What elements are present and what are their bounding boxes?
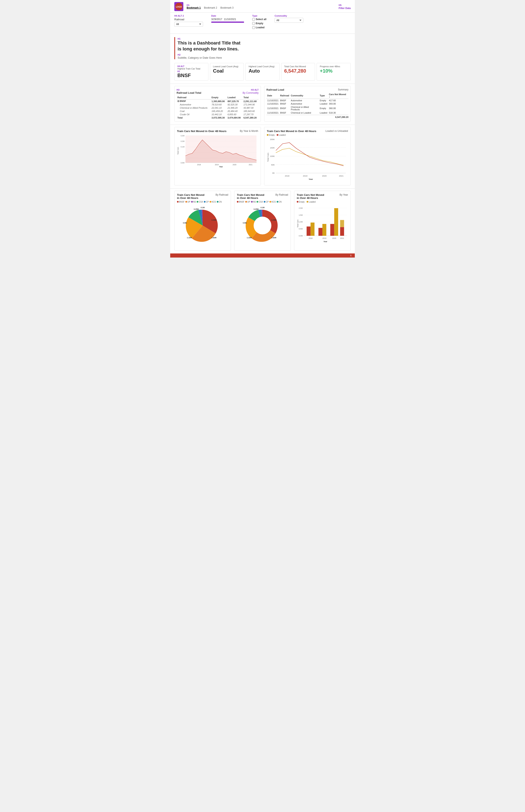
tables-section: H3 Railroad Load Total H3 ALT By Commodi… xyxy=(170,84,355,125)
svg-text:0.1M: 0.1M xyxy=(200,207,205,209)
by-commodity-label: By Commodity xyxy=(243,91,259,94)
cell-railroad: BNSF xyxy=(279,105,290,111)
kpi-value-1: Coal xyxy=(213,68,241,74)
line-charts-row: Train Cars Not Moved in Over 48 Hours By… xyxy=(170,125,355,189)
col-total: Total xyxy=(243,95,259,100)
svg-rect-67 xyxy=(340,220,344,227)
cell-empty: 165,459.20 xyxy=(211,109,227,113)
header: LOGO H1 Bookmark 1 Bookmark 2 Bookmark 3… xyxy=(170,0,355,13)
pie2-legend: BNSF UP NS CSX CP KCS CN xyxy=(237,201,288,203)
svg-text:200K: 200K xyxy=(270,138,275,141)
svg-text:LOGO: LOGO xyxy=(176,6,182,8)
svg-text:2018: 2018 xyxy=(309,237,313,239)
table-row: Total 3,072,595.30 3,474,684.90 6,547,28… xyxy=(177,116,259,119)
chart2-svg: 200K 150K 100K 50K 0K 2018 2019 2020 202… xyxy=(267,137,348,182)
col-type: Type xyxy=(319,92,328,99)
type-empty[interactable]: Empty xyxy=(252,22,266,25)
date-slider[interactable] xyxy=(211,21,244,23)
svg-text:1.62M: 1.62M xyxy=(271,237,276,239)
pie1-svg: 2.29M 1.62M 1.15M 0.9M 0.25M 0.1M xyxy=(177,204,228,247)
svg-text:50K: 50K xyxy=(271,164,275,166)
chart1-area: 0.3M 0.2M 0.1M 0.0M 2018 2019 2020 2021 … xyxy=(177,134,258,168)
type-loaded[interactable]: Loaded xyxy=(252,26,266,29)
cell-loaded: 6,855.60 xyxy=(227,113,243,116)
kpi-value-3: 6,547,280 xyxy=(284,68,312,74)
chart-card-1: Train Cars Not Moved in Over 48 Hours By… xyxy=(174,127,261,185)
bookmark3-link[interactable]: Bookmark 3 xyxy=(221,6,234,9)
kpi-lowest-load: Lowest Load Count (Avg) Coal xyxy=(210,63,244,80)
svg-rect-66 xyxy=(340,227,344,236)
cell-empty: 1,393,885.90 xyxy=(211,100,227,103)
legend-csx: CSX xyxy=(197,201,203,203)
cell-total: 6,547,280.20 xyxy=(243,116,259,119)
bar-chart-card: Train Cars Not Moved in Over 48 Hours By… xyxy=(294,191,351,251)
h3alt-label: H3 ALT xyxy=(251,89,259,91)
kpi-total-cars: Total Cars Not Moved 6,547,280 xyxy=(281,63,315,80)
cell-type: Loaded xyxy=(319,102,328,105)
svg-text:2021: 2021 xyxy=(340,237,344,239)
table-row: 11/10/2021 BNSF Automotive Empty 417.60 xyxy=(266,99,348,102)
bookmark1-link[interactable]: Bookmark 1 xyxy=(186,6,201,9)
date-end: 11/10/2021 xyxy=(224,18,236,21)
bar-by: By Year xyxy=(340,193,348,196)
type-loaded-checkbox[interactable] xyxy=(252,26,255,29)
filter-date-group: Date 3/29/2017 11/10/2021 xyxy=(211,15,244,30)
cell-commodity: Automotive xyxy=(290,102,319,105)
cell-cars: 393.00 xyxy=(328,102,348,105)
chart1-by: By Year & Month xyxy=(240,130,258,133)
svg-text:0.5M: 0.5M xyxy=(299,228,303,230)
svg-text:1.5M: 1.5M xyxy=(299,214,303,216)
cell-total: 2,291,111.60 xyxy=(243,100,259,103)
railroad-load-total-card: H3 Railroad Load Total H3 ALT By Commodi… xyxy=(174,86,261,122)
table-row: 11/10/2021 BNSF Chemical or Loaded Loade… xyxy=(266,111,348,115)
cell-loaded: 20,484.40 xyxy=(227,109,243,113)
col-cars: Cars Not Moved ↕ xyxy=(328,92,348,99)
table-header-row-1: H3 Railroad Load Total H3 ALT By Commodi… xyxy=(177,88,259,94)
kpi-h1-label: H1 xyxy=(177,70,205,73)
svg-text:0.1M: 0.1M xyxy=(181,146,184,148)
svg-text:Total Cars: Total Cars xyxy=(177,147,179,155)
bar-legend: Empty Loaded xyxy=(297,201,348,203)
bar-legend-loaded: Loaded xyxy=(306,201,315,203)
chart2-by: Loaded vs Unloaded xyxy=(326,130,348,133)
bookmark2-link[interactable]: Bookmark 2 xyxy=(204,6,217,9)
bar-title2: in Over 48 Hours xyxy=(297,196,324,199)
svg-text:2019: 2019 xyxy=(303,175,308,177)
type-select-all[interactable]: Select all xyxy=(252,18,266,21)
railroad-label: Railroad xyxy=(174,18,207,21)
legend-cn: CN xyxy=(217,201,222,203)
railroad-select[interactable]: All xyxy=(174,22,203,27)
chart1-title: Train Cars Not Moved in Over 48 Hours xyxy=(177,130,226,133)
bar-title: Train Cars Not Moved xyxy=(297,193,324,196)
h1-title-label: H1 xyxy=(178,37,180,40)
cell-commodity: Chemical or Loaded xyxy=(290,111,319,115)
h5-label: H5 xyxy=(339,4,342,6)
svg-text:Total Cars: Total Cars xyxy=(267,153,269,162)
railroad-table-scroll[interactable]: Railroad Empty Loaded Total ⊟ BNSF 1,393… xyxy=(177,95,259,119)
svg-text:0.3M: 0.3M xyxy=(181,135,184,137)
cell-type: Empty xyxy=(319,105,328,111)
filter-type-group: Type Select all Empty Loaded xyxy=(252,15,266,30)
table-row: 11/10/2021 BNSF Chemical or Allied Produ… xyxy=(266,105,348,111)
title-left: H1 This is a Dashboard Title that is lon… xyxy=(174,37,240,59)
cell-railroad: BNSF xyxy=(279,111,290,115)
col-commodity: Commodity xyxy=(290,92,319,99)
table-header-row-2: Railroad Load Summary xyxy=(266,88,348,91)
filter-panel: H4 ALT 2 Railroad All Date 3/29/2017 11/… xyxy=(170,13,355,34)
svg-rect-65 xyxy=(334,208,338,236)
type-select-all-checkbox[interactable] xyxy=(252,18,255,21)
type-empty-checkbox[interactable] xyxy=(252,22,255,25)
legend-cn-2: CN xyxy=(277,201,282,203)
pie1-title: Train Cars Not Moved xyxy=(177,193,205,196)
svg-text:2021: 2021 xyxy=(249,164,253,166)
railroad-table-title: Railroad Load Total xyxy=(177,91,201,94)
bar-legend-empty: Empty xyxy=(297,201,304,203)
type-label: Type xyxy=(252,15,266,17)
svg-text:0.0M: 0.0M xyxy=(299,235,303,237)
date-label: Date xyxy=(211,15,244,17)
commodity-select[interactable]: All xyxy=(274,18,303,23)
svg-text:100K: 100K xyxy=(270,155,275,157)
filter-data-link[interactable]: Filter Data xyxy=(339,7,351,10)
cell-railroad: BNSF xyxy=(279,99,290,102)
railroad-load-scroll[interactable]: Date Railroad Commodity Type Cars Not Mo… xyxy=(266,92,348,115)
